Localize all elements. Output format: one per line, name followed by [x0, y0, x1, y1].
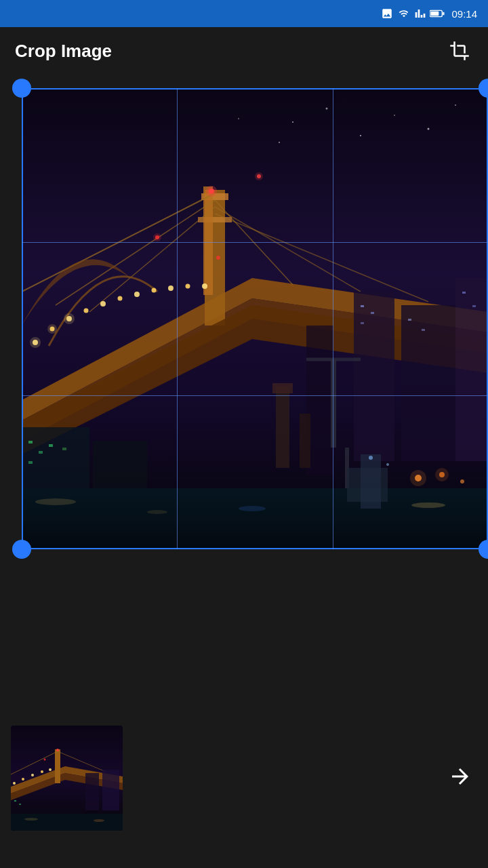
- svg-rect-102: [19, 804, 21, 805]
- wifi-icon: [397, 8, 411, 19]
- svg-point-34: [118, 296, 123, 301]
- svg-rect-47: [354, 292, 394, 461]
- next-button[interactable]: [443, 760, 477, 793]
- svg-rect-52: [371, 312, 374, 314]
- svg-point-32: [84, 309, 89, 313]
- svg-point-37: [168, 285, 174, 291]
- next-arrow-icon: [448, 764, 472, 789]
- svg-point-91: [13, 782, 16, 785]
- preview-thumbnail[interactable]: [11, 726, 123, 831]
- svg-point-84: [386, 463, 389, 466]
- svg-point-36: [152, 288, 157, 293]
- svg-rect-58: [276, 387, 289, 468]
- svg-point-33: [100, 301, 106, 307]
- svg-point-96: [56, 749, 59, 751]
- crop-icon: [449, 41, 470, 61]
- svg-point-5: [292, 121, 293, 123]
- svg-point-44: [216, 256, 220, 260]
- page-title: Crop Image: [15, 41, 112, 62]
- gallery-icon: [381, 7, 393, 20]
- bridge-svg: [22, 88, 488, 549]
- svg-point-73: [239, 506, 266, 511]
- svg-point-77: [410, 470, 426, 486]
- svg-point-8: [394, 115, 395, 116]
- thumbnail-area: [0, 715, 488, 841]
- svg-rect-66: [28, 441, 33, 443]
- svg-point-104: [94, 819, 104, 822]
- svg-rect-17: [198, 217, 232, 222]
- svg-point-79: [435, 468, 449, 481]
- svg-rect-69: [28, 461, 33, 464]
- svg-rect-82: [361, 454, 381, 509]
- svg-point-41: [206, 186, 217, 197]
- svg-point-97: [44, 759, 46, 761]
- bridge-image: [22, 88, 488, 549]
- crop-icon-button[interactable]: [446, 37, 473, 64]
- svg-point-72: [35, 498, 76, 505]
- svg-rect-1: [431, 12, 439, 16]
- svg-rect-49: [455, 278, 488, 461]
- svg-rect-57: [472, 305, 476, 307]
- svg-rect-99: [85, 773, 99, 810]
- battery-icon: [430, 9, 445, 18]
- svg-point-6: [326, 108, 328, 110]
- svg-rect-71: [22, 488, 488, 549]
- svg-rect-88: [55, 749, 60, 783]
- svg-point-7: [360, 135, 361, 136]
- header: Crop Image: [0, 27, 488, 75]
- svg-point-43: [153, 233, 161, 241]
- svg-point-92: [22, 778, 24, 781]
- status-icons: 09:14: [381, 7, 477, 20]
- svg-point-9: [428, 128, 430, 130]
- svg-point-74: [411, 502, 445, 508]
- svg-point-31: [64, 313, 75, 324]
- svg-point-39: [202, 283, 207, 289]
- status-time: 09:14: [451, 8, 477, 20]
- svg-point-27: [30, 337, 41, 348]
- svg-point-11: [238, 118, 239, 119]
- crop-handle-top-left[interactable]: [12, 79, 31, 98]
- image-area[interactable]: [22, 88, 488, 549]
- svg-rect-53: [361, 322, 364, 324]
- svg-point-35: [134, 292, 140, 297]
- svg-point-83: [369, 456, 373, 460]
- svg-point-103: [24, 818, 38, 821]
- svg-rect-70: [62, 448, 66, 450]
- svg-point-38: [186, 284, 190, 289]
- svg-rect-59: [272, 383, 293, 393]
- svg-point-95: [49, 768, 52, 771]
- svg-rect-2: [443, 12, 445, 16]
- svg-point-46: [255, 172, 263, 180]
- svg-rect-100: [102, 770, 119, 810]
- svg-rect-98: [11, 814, 123, 831]
- crop-handle-bottom-left[interactable]: [12, 540, 31, 559]
- svg-point-94: [41, 770, 43, 773]
- svg-point-93: [31, 774, 34, 776]
- svg-rect-51: [361, 305, 364, 307]
- svg-rect-54: [408, 319, 411, 321]
- svg-rect-56: [462, 292, 466, 294]
- svg-rect-101: [14, 800, 16, 802]
- svg-rect-67: [39, 451, 43, 454]
- signal-icon: [415, 8, 426, 19]
- svg-point-29: [47, 324, 57, 334]
- svg-point-80: [460, 479, 464, 484]
- svg-point-12: [279, 142, 280, 143]
- svg-point-75: [147, 510, 167, 514]
- crop-container: [0, 81, 488, 556]
- svg-rect-60: [300, 414, 310, 468]
- svg-rect-68: [49, 444, 53, 447]
- status-bar: 09:14: [0, 0, 488, 27]
- svg-rect-55: [422, 329, 425, 331]
- svg-rect-48: [401, 305, 455, 461]
- svg-point-10: [455, 104, 456, 106]
- thumbnail-image: [11, 726, 123, 831]
